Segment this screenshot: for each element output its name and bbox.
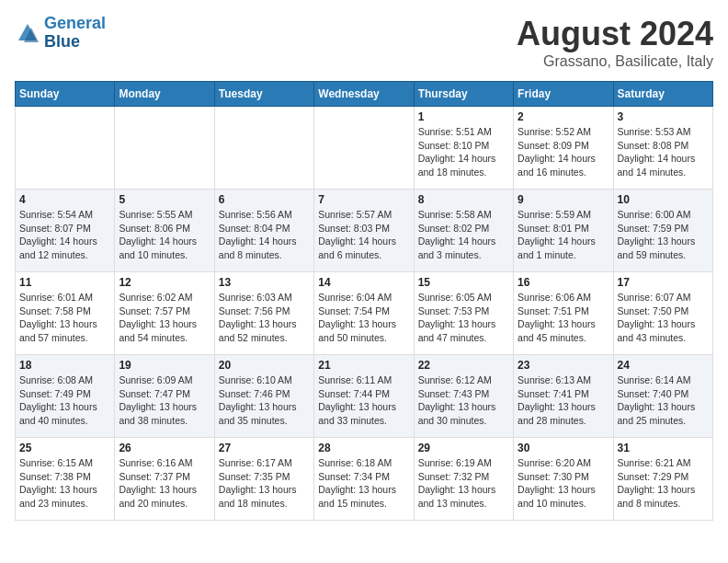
day-number: 7	[318, 193, 409, 206]
calendar-cell: 21Sunrise: 6:11 AM Sunset: 7:44 PM Dayli…	[314, 355, 414, 438]
week-row-4: 18Sunrise: 6:08 AM Sunset: 7:49 PM Dayli…	[16, 355, 713, 438]
day-info: Sunrise: 6:06 AM Sunset: 7:51 PM Dayligh…	[518, 291, 609, 345]
day-number: 11	[19, 276, 110, 289]
day-number: 15	[418, 276, 509, 289]
col-header-friday: Friday	[514, 82, 613, 107]
calendar-cell: 2Sunrise: 5:52 AM Sunset: 8:09 PM Daylig…	[514, 107, 613, 190]
logo-icon	[15, 20, 40, 46]
calendar-cell: 18Sunrise: 6:08 AM Sunset: 7:49 PM Dayli…	[16, 355, 115, 438]
day-number: 23	[518, 359, 609, 372]
col-header-saturday: Saturday	[613, 82, 712, 107]
day-info: Sunrise: 6:19 AM Sunset: 7:32 PM Dayligh…	[418, 456, 509, 511]
week-row-2: 4Sunrise: 5:54 AM Sunset: 8:07 PM Daylig…	[16, 190, 713, 272]
header-row: SundayMondayTuesdayWednesdayThursdayFrid…	[16, 82, 713, 107]
day-number: 4	[19, 193, 110, 206]
day-number: 5	[119, 193, 210, 206]
subtitle: Grassano, Basilicate, Italy	[517, 53, 713, 70]
day-info: Sunrise: 6:07 AM Sunset: 7:50 PM Dayligh…	[618, 291, 709, 345]
day-number: 1	[418, 110, 509, 123]
calendar-cell: 16Sunrise: 6:06 AM Sunset: 7:51 PM Dayli…	[514, 272, 613, 355]
day-info: Sunrise: 6:02 AM Sunset: 7:57 PM Dayligh…	[119, 291, 210, 345]
week-row-1: 1Sunrise: 5:51 AM Sunset: 8:10 PM Daylig…	[16, 107, 713, 190]
day-number: 6	[219, 193, 310, 206]
day-number: 29	[418, 442, 509, 454]
day-number: 25	[19, 442, 110, 454]
day-info: Sunrise: 6:10 AM Sunset: 7:46 PM Dayligh…	[219, 373, 310, 428]
calendar-cell: 25Sunrise: 6:15 AM Sunset: 7:38 PM Dayli…	[16, 438, 115, 521]
day-number: 28	[318, 442, 409, 454]
day-number: 14	[318, 276, 409, 289]
day-info: Sunrise: 6:17 AM Sunset: 7:35 PM Dayligh…	[219, 456, 310, 511]
calendar-cell: 22Sunrise: 6:12 AM Sunset: 7:43 PM Dayli…	[414, 355, 513, 438]
calendar-cell	[314, 107, 414, 190]
day-info: Sunrise: 6:21 AM Sunset: 7:29 PM Dayligh…	[618, 456, 709, 511]
day-info: Sunrise: 6:01 AM Sunset: 7:58 PM Dayligh…	[19, 291, 110, 345]
calendar-cell: 19Sunrise: 6:09 AM Sunset: 7:47 PM Dayli…	[115, 355, 214, 438]
calendar-cell: 17Sunrise: 6:07 AM Sunset: 7:50 PM Dayli…	[613, 272, 712, 355]
calendar-cell: 8Sunrise: 5:58 AM Sunset: 8:02 PM Daylig…	[414, 190, 513, 272]
day-info: Sunrise: 5:51 AM Sunset: 8:10 PM Dayligh…	[418, 125, 509, 179]
day-number: 3	[618, 110, 709, 123]
calendar-cell: 29Sunrise: 6:19 AM Sunset: 7:32 PM Dayli…	[414, 438, 513, 521]
week-row-5: 25Sunrise: 6:15 AM Sunset: 7:38 PM Dayli…	[16, 438, 713, 521]
day-info: Sunrise: 5:58 AM Sunset: 8:02 PM Dayligh…	[418, 208, 509, 262]
day-number: 12	[119, 276, 210, 289]
day-info: Sunrise: 5:52 AM Sunset: 8:09 PM Dayligh…	[518, 125, 609, 179]
day-info: Sunrise: 6:08 AM Sunset: 7:49 PM Dayligh…	[19, 373, 110, 428]
day-info: Sunrise: 5:53 AM Sunset: 8:08 PM Dayligh…	[618, 125, 709, 179]
calendar-cell: 31Sunrise: 6:21 AM Sunset: 7:29 PM Dayli…	[613, 438, 712, 521]
day-number: 26	[119, 442, 210, 454]
day-number: 21	[318, 359, 409, 372]
day-info: Sunrise: 6:09 AM Sunset: 7:47 PM Dayligh…	[119, 373, 210, 428]
col-header-thursday: Thursday	[414, 82, 513, 107]
page-header: General Blue August 2024 Grassano, Basil…	[15, 15, 713, 70]
calendar-cell	[115, 107, 214, 190]
calendar-cell: 24Sunrise: 6:14 AM Sunset: 7:40 PM Dayli…	[613, 355, 712, 438]
day-info: Sunrise: 5:56 AM Sunset: 8:04 PM Dayligh…	[219, 208, 310, 262]
logo-text: General Blue	[44, 15, 106, 52]
calendar-cell: 10Sunrise: 6:00 AM Sunset: 7:59 PM Dayli…	[613, 190, 712, 272]
day-number: 19	[119, 359, 210, 372]
calendar-cell: 15Sunrise: 6:05 AM Sunset: 7:53 PM Dayli…	[414, 272, 513, 355]
col-header-wednesday: Wednesday	[314, 82, 414, 107]
calendar-cell: 26Sunrise: 6:16 AM Sunset: 7:37 PM Dayli…	[115, 438, 214, 521]
calendar-table: SundayMondayTuesdayWednesdayThursdayFrid…	[15, 81, 713, 521]
day-info: Sunrise: 6:18 AM Sunset: 7:34 PM Dayligh…	[318, 456, 409, 511]
day-number: 9	[518, 193, 609, 206]
calendar-cell: 14Sunrise: 6:04 AM Sunset: 7:54 PM Dayli…	[314, 272, 414, 355]
day-info: Sunrise: 6:03 AM Sunset: 7:56 PM Dayligh…	[219, 291, 310, 345]
week-row-3: 11Sunrise: 6:01 AM Sunset: 7:58 PM Dayli…	[16, 272, 713, 355]
calendar-cell: 12Sunrise: 6:02 AM Sunset: 7:57 PM Dayli…	[115, 272, 214, 355]
day-number: 24	[618, 359, 709, 372]
day-info: Sunrise: 6:04 AM Sunset: 7:54 PM Dayligh…	[318, 291, 409, 345]
day-number: 18	[19, 359, 110, 372]
day-number: 13	[219, 276, 310, 289]
day-number: 17	[618, 276, 709, 289]
day-number: 22	[418, 359, 509, 372]
day-number: 31	[618, 442, 709, 454]
calendar-cell	[214, 107, 313, 190]
day-info: Sunrise: 6:05 AM Sunset: 7:53 PM Dayligh…	[418, 291, 509, 345]
day-info: Sunrise: 6:20 AM Sunset: 7:30 PM Dayligh…	[518, 456, 609, 511]
day-number: 30	[518, 442, 609, 454]
day-info: Sunrise: 5:54 AM Sunset: 8:07 PM Dayligh…	[19, 208, 110, 262]
logo: General Blue	[15, 15, 106, 52]
calendar-cell: 13Sunrise: 6:03 AM Sunset: 7:56 PM Dayli…	[214, 272, 313, 355]
calendar-cell	[16, 107, 115, 190]
calendar-cell: 7Sunrise: 5:57 AM Sunset: 8:03 PM Daylig…	[314, 190, 414, 272]
calendar-cell: 4Sunrise: 5:54 AM Sunset: 8:07 PM Daylig…	[16, 190, 115, 272]
calendar-cell: 20Sunrise: 6:10 AM Sunset: 7:46 PM Dayli…	[214, 355, 313, 438]
day-info: Sunrise: 5:55 AM Sunset: 8:06 PM Dayligh…	[119, 208, 210, 262]
calendar-cell: 3Sunrise: 5:53 AM Sunset: 8:08 PM Daylig…	[613, 107, 712, 190]
day-info: Sunrise: 6:11 AM Sunset: 7:44 PM Dayligh…	[318, 373, 409, 428]
day-info: Sunrise: 6:00 AM Sunset: 7:59 PM Dayligh…	[618, 208, 709, 262]
main-title: August 2024	[517, 15, 713, 53]
day-number: 16	[518, 276, 609, 289]
calendar-cell: 5Sunrise: 5:55 AM Sunset: 8:06 PM Daylig…	[115, 190, 214, 272]
day-number: 2	[518, 110, 609, 123]
col-header-monday: Monday	[115, 82, 214, 107]
day-info: Sunrise: 6:13 AM Sunset: 7:41 PM Dayligh…	[518, 373, 609, 428]
day-info: Sunrise: 6:16 AM Sunset: 7:37 PM Dayligh…	[119, 456, 210, 511]
calendar-cell: 30Sunrise: 6:20 AM Sunset: 7:30 PM Dayli…	[514, 438, 613, 521]
calendar-cell: 27Sunrise: 6:17 AM Sunset: 7:35 PM Dayli…	[214, 438, 313, 521]
